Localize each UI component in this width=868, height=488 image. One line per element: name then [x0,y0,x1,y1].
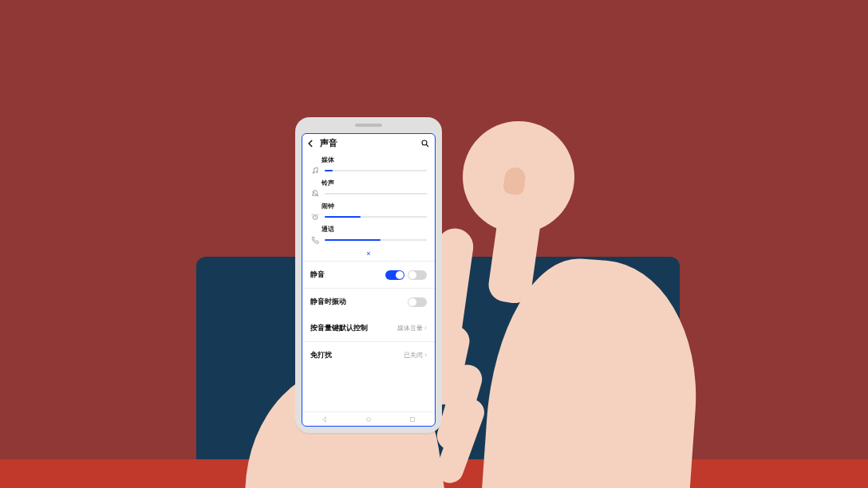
row-volume-key-control[interactable]: 按音量键默认控制 媒体音量 › [310,315,427,341]
bell-off-icon [310,189,320,199]
chevron-right-icon: › [424,325,427,332]
row-label: 免打扰 [310,350,332,360]
call-volume-slider[interactable] [325,237,427,243]
svg-point-2 [316,171,318,173]
row-label: 按音量键默认控制 [310,323,368,333]
slider-fill [325,239,381,241]
collapse-icon[interactable]: × [310,250,427,258]
volume-label: 通话 [310,225,427,234]
nav-back-icon[interactable] [321,415,329,423]
music-note-icon [310,166,320,175]
slider-fill [325,170,333,171]
chevron-right-icon: › [424,352,427,359]
svg-point-4 [366,417,370,421]
row-value: 媒体音量 [397,324,423,333]
volume-section-call: 通话 [310,225,427,245]
alarm-clock-icon [310,212,320,222]
nav-recent-icon[interactable] [408,415,416,423]
svg-rect-5 [411,417,415,421]
volume-label: 铃声 [310,179,427,187]
row-vibrate-when-silent: 静音时振动 [310,289,427,315]
phone-screen: 声音 媒体 [302,133,436,427]
volume-label: 闹钟 [310,202,427,211]
alarm-volume-slider[interactable] [325,214,427,220]
row-value: 已关闭 [404,351,423,360]
row-label: 静音 [310,270,325,280]
volume-section-ringtone: 铃声 [310,179,427,199]
vibrate-toggle[interactable] [408,297,427,307]
volume-label: 媒体 [310,155,427,164]
back-icon[interactable] [306,138,317,149]
svg-point-1 [313,172,314,174]
row-silent: 静音 [310,262,427,288]
nav-home-icon[interactable] [365,415,373,423]
settings-header: 声音 [302,134,435,151]
volume-section-media: 媒体 [310,155,427,175]
silent-toggle-primary[interactable] [385,270,404,280]
silent-toggle-secondary[interactable] [408,270,427,280]
row-label: 静音时振动 [310,297,346,307]
page-title: 声音 [320,137,417,149]
phone-speaker [355,124,382,127]
slider-fill [325,216,361,218]
svg-point-0 [422,140,427,145]
search-icon[interactable] [420,139,430,148]
settings-content: 媒体 铃声 [302,151,435,411]
ringtone-volume-slider[interactable] [325,191,427,197]
media-volume-slider[interactable] [325,167,427,174]
android-nav-bar [302,411,435,426]
phone-frame: 声音 媒体 [295,117,442,433]
volume-section-alarm: 闹钟 [310,202,427,222]
row-do-not-disturb[interactable]: 免打扰 已关闭 › [310,342,427,368]
phone-call-icon [310,235,320,245]
